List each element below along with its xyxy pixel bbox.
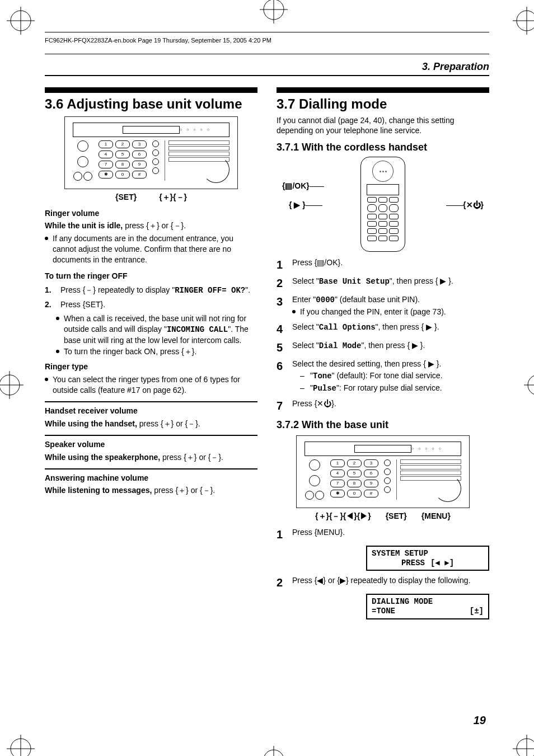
note1-code: INCOMING CALL xyxy=(167,325,228,334)
hs2-code: Base Unit Setup xyxy=(319,277,390,286)
sv-b: press {＋} or {－}. xyxy=(162,453,223,462)
divider xyxy=(45,468,257,469)
section-3-7-intro: If you cannot dial (page 24, 40), change… xyxy=(277,115,489,137)
bullet-dot-icon xyxy=(45,237,48,240)
header-rule-bottom xyxy=(45,54,489,54)
hs5-a: Select " xyxy=(292,341,319,350)
ringer-off-step-2: 2. Press {SET}. xyxy=(45,299,257,310)
section-bar xyxy=(45,87,257,93)
crop-mark-top-right xyxy=(513,7,527,21)
base-step-1: 1 Press {MENU}. xyxy=(277,527,489,542)
while-idle-bold: While the unit is idle, xyxy=(45,221,125,230)
chapter-title: 3. Preparation xyxy=(45,61,489,73)
sv-a: While using the speakerphone, xyxy=(45,453,162,462)
divider xyxy=(45,401,257,402)
am-a: While listening to messages, xyxy=(45,486,154,495)
figure-caption: {SET} {＋}{－} xyxy=(45,192,257,203)
crop-mark-bottom-left xyxy=(7,735,21,749)
caption2-menu: {MENU} xyxy=(421,511,451,522)
ringer-volume-while-idle: While the unit is idle, press {＋} or {－}… xyxy=(45,220,257,231)
caption-set: {SET} xyxy=(115,192,137,203)
header-book-info: FC962HK-PFQX2283ZA-en.book Page 19 Thurs… xyxy=(45,37,489,44)
section-3-7-2-title: 3.7.2 With the base unit xyxy=(277,419,489,431)
handset-step-1: 1 Press {▤/OK}. xyxy=(277,257,489,273)
section-3-7-1-title: 3.7.1 With the cordless handset xyxy=(277,142,489,153)
section-3-7-title: 3.7 Dialling mode xyxy=(277,96,489,112)
hs6-dash-2: –"Pulse": For rotary pulse dial service. xyxy=(300,383,443,394)
am-volume-heading: Answering machine volume xyxy=(45,473,257,483)
bullet-dot-icon xyxy=(292,310,296,313)
hs2-b: ", then press { ▶ }. xyxy=(390,276,453,285)
hs2-a: Select " xyxy=(292,276,319,285)
hs3-bullet-text: If you changed the PIN, enter it (page 7… xyxy=(300,307,446,317)
am-b: press {＋} or {－}. xyxy=(154,486,215,495)
hs6-dash-1: –"Tone" (default): For tone dial service… xyxy=(300,370,443,382)
hs3-a: Enter " xyxy=(292,295,316,304)
ringer-volume-heading: Ringer volume xyxy=(45,208,257,219)
ringer-off-note-1: When a call is received, the base unit w… xyxy=(56,313,257,346)
bullet-dot-icon xyxy=(56,317,59,320)
handset-step-2: 2 Select "Base Unit Setup", then press {… xyxy=(277,276,489,291)
lcd-display-2: DIALLING MODE =TONE[±] xyxy=(366,594,489,619)
crop-mark-mid-bottom xyxy=(260,746,274,756)
bullet-dot-icon xyxy=(45,378,48,381)
hs3-b: " (default base unit PIN). xyxy=(335,295,420,304)
ringer-volume-note-text: If any documents are in the document ent… xyxy=(53,233,257,265)
divider xyxy=(45,435,257,436)
crop-mark-top-left xyxy=(7,7,21,21)
handset-step-6: 6 Select the desired setting, then press… xyxy=(277,359,489,395)
handset-volume-heading: Handset receiver volume xyxy=(45,406,257,416)
ringer-type-heading: Ringer type xyxy=(45,361,257,372)
crop-mark-mid-left xyxy=(0,371,10,386)
header-rule-top xyxy=(45,32,489,32)
hs4-a: Select " xyxy=(292,322,319,331)
lcd-display-1: SYSTEM SETUP PRESS[◀ ▶] xyxy=(366,546,489,571)
base-unit-figure-2: ○ ○ ○ ○ ○ 123 456 789 ✱0# xyxy=(296,435,470,508)
bs1-text: Press {MENU}. xyxy=(292,527,345,542)
left-column: 3.6 Adjusting base unit volume ○ ○ ○ ○ ○ xyxy=(45,87,257,624)
hs4-b: ", then press { ▶ }. xyxy=(376,322,439,331)
section-bar xyxy=(277,87,489,93)
base-unit-figure: ○ ○ ○ ○ ○ 123 456 789 ✱0# xyxy=(64,116,238,189)
lcd1-l2a: PRESS xyxy=(401,558,425,568)
hs3-bullet: If you changed the PIN, enter it (page 7… xyxy=(292,307,446,317)
crop-mark-mid-right xyxy=(524,371,534,386)
hs6-text: Select the desired setting, then press {… xyxy=(292,359,443,369)
base-step-2: 2 Press {◀} or {▶} repeatedly to display… xyxy=(277,575,489,590)
ringer-type-text: You can select the ringer types from one… xyxy=(53,374,257,396)
label-right: { ▶ } xyxy=(289,200,322,209)
hs7-text: Press {✕⏻}. xyxy=(292,398,336,414)
label-off: {✕⏻} xyxy=(446,200,484,209)
bullet-dot-icon xyxy=(56,350,59,353)
lcd2-l1: DIALLING MODE xyxy=(372,597,433,607)
caption2-arrows: {＋}{－}{◀}{▶} xyxy=(315,511,371,522)
ringer-type-note: You can select the ringer types from one… xyxy=(45,374,257,396)
label-menu-ok: {▤/OK} xyxy=(282,181,324,190)
ringer-off-step-1: 1. Press {－} repeatedly to display "RING… xyxy=(45,285,257,296)
hs5-b: ", then press { ▶ }. xyxy=(361,341,425,350)
handset-step-5: 5 Select "Dial Mode", then press { ▶ }. xyxy=(277,340,489,355)
am-volume-line: While listening to messages, press {＋} o… xyxy=(45,485,257,496)
handset-figure: {▤/OK} { ▶ } {✕⏻} xyxy=(316,157,450,252)
figure-2-caption: {＋}{－}{◀}{▶} {SET} {MENU} xyxy=(277,511,489,522)
handset-step-7: 7 Press {✕⏻}. xyxy=(277,398,489,414)
hs3-code: 0000 xyxy=(316,295,335,304)
right-column: 3.7 Dialling mode If you cannot dial (pa… xyxy=(277,87,489,624)
page: FC962HK-PFQX2283ZA-en.book Page 19 Thurs… xyxy=(0,0,534,756)
step1-a: Press {－} repeatedly to display " xyxy=(60,285,175,294)
lcd2-l2b: [±] xyxy=(470,607,484,616)
crop-mark-mid-top xyxy=(260,0,274,10)
caption-plusminus: {＋}{－} xyxy=(159,192,187,203)
hs6d2-b: ": For rotary pulse dial service. xyxy=(336,383,442,392)
lcd1-l2b: [◀ ▶] xyxy=(430,558,454,568)
lcd1-l1: SYSTEM SETUP xyxy=(372,549,428,558)
bs2-text: Press {◀} or {▶} repeatedly to display t… xyxy=(292,575,471,590)
section-3-6-title: 3.6 Adjusting base unit volume xyxy=(45,96,257,112)
step2-text: Press {SET}. xyxy=(60,299,105,310)
hs4-code: Call Options xyxy=(319,323,376,332)
svg-point-9 xyxy=(517,739,534,756)
caption2-set: {SET} xyxy=(386,511,407,522)
speaker-volume-line: While using the speakerphone, press {＋} … xyxy=(45,452,257,463)
hs5-code: Dial Mode xyxy=(319,341,362,350)
speaker-volume-heading: Speaker volume xyxy=(45,439,257,450)
